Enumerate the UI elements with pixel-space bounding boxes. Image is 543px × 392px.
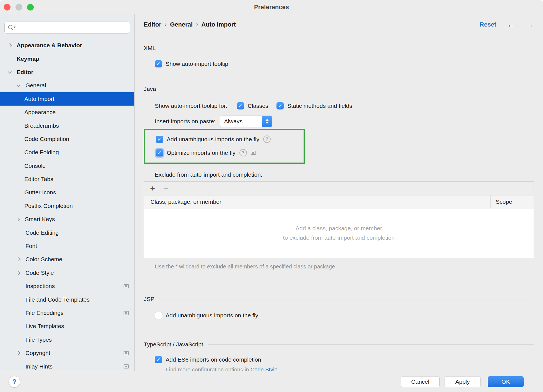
sidebar-item-auto-import[interactable]: Auto Import — [0, 92, 134, 106]
chevron-right-icon[interactable] — [16, 258, 25, 261]
window-title: Preferences — [254, 4, 289, 11]
sidebar-item-inspections[interactable]: Inspections — [0, 279, 134, 293]
add-unambiguous-row: Add unambiguous imports on the fly ? — [145, 135, 304, 143]
select-stepper-icon — [262, 116, 272, 127]
insert-imports-label: Insert imports on paste: — [155, 118, 215, 125]
settings-modified-icon — [251, 151, 256, 155]
exclude-table-header: Class, package, or member Scope — [144, 195, 534, 208]
column-member: Class, package, or member — [144, 198, 490, 205]
sidebar-item-color-scheme[interactable]: Color Scheme — [0, 253, 134, 266]
cancel-button[interactable]: Cancel — [401, 376, 440, 387]
minimize-window-icon[interactable] — [15, 4, 22, 11]
jsp-add-unambiguous-checkbox[interactable] — [155, 312, 162, 319]
sidebar-item-editor[interactable]: Editor — [0, 66, 134, 79]
tooltip-for-label: Show auto-import tooltip for: — [155, 103, 228, 109]
settings-modified-icon — [124, 311, 129, 315]
sidebar-item-smart-keys[interactable]: Smart Keys — [0, 213, 134, 226]
sidebar-item-font[interactable]: Font — [0, 239, 134, 253]
sidebar-item-postfix-completion[interactable]: Postfix Completion — [0, 199, 134, 213]
classes-label: Classes — [248, 103, 268, 109]
breadcrumb-general[interactable]: General — [170, 21, 193, 28]
tooltip-for-row: Show auto-import tooltip for: Classes St… — [144, 102, 534, 109]
apply-button[interactable]: Apply — [445, 376, 481, 387]
settings-modified-icon — [124, 284, 129, 288]
sidebar-item-file-types[interactable]: File Types — [0, 333, 134, 346]
chevron-right-icon[interactable] — [15, 218, 25, 221]
sidebar-item-inlay-hints[interactable]: Inlay Hints — [0, 360, 134, 371]
chevron-right-icon[interactable] — [7, 44, 17, 47]
exclude-table-empty-state[interactable]: Add a class, package, or member to exclu… — [144, 208, 534, 258]
search-field-wrap — [4, 22, 130, 34]
sidebar-item-copyright[interactable]: Copyright — [0, 346, 134, 360]
typescript-section-header: TypeScript / JavaScript — [144, 341, 534, 348]
optimize-imports-checkbox[interactable] — [156, 149, 163, 156]
insert-imports-value: Always — [220, 116, 262, 127]
sidebar-item-gutter-icons[interactable]: Gutter Icons — [0, 186, 134, 199]
settings-sidebar: Appearance & Behavior Keymap Editor Gene… — [0, 14, 135, 371]
sidebar-item-code-editing[interactable]: Code Editing — [0, 226, 134, 239]
xml-section-header: XML — [144, 45, 534, 51]
ok-button[interactable]: OK — [488, 376, 524, 387]
title-bar: Preferences — [0, 0, 543, 14]
column-scope: Scope — [490, 195, 534, 208]
sidebar-item-editor-tabs[interactable]: Editor Tabs — [0, 173, 134, 186]
sidebar-item-file-and-code-templates[interactable]: File and Code Templates — [0, 293, 134, 306]
wildcard-hint: Use the * wildcard to exclude all member… — [144, 262, 415, 271]
sidebar-item-appearance[interactable]: Appearance — [0, 106, 134, 119]
sidebar-item-keymap[interactable]: Keymap — [0, 52, 134, 65]
jsp-add-unambiguous-label: Add unambiguous imports on the fly — [166, 312, 258, 319]
chevron-down-icon[interactable] — [7, 71, 17, 73]
show-auto-import-tooltip-checkbox[interactable] — [155, 60, 162, 67]
sidebar-item-code-style[interactable]: Code Style — [0, 266, 134, 279]
settings-tree: Appearance & Behavior Keymap Editor Gene… — [0, 39, 134, 371]
code-style-link[interactable]: Code Style — [250, 367, 278, 371]
sidebar-item-console[interactable]: Console — [0, 159, 134, 173]
sidebar-item-appearance-behavior[interactable]: Appearance & Behavior — [0, 39, 134, 52]
insert-imports-select[interactable]: Always — [220, 116, 272, 127]
dialog-footer: ? Cancel Apply OK — [0, 371, 543, 392]
chevron-right-icon[interactable] — [16, 271, 25, 274]
chevron-down-icon[interactable] — [16, 85, 25, 86]
find-more-line: Find more configuration options in Code … — [144, 367, 534, 371]
sidebar-item-breadcrumbs[interactable]: Breadcrumbs — [0, 119, 134, 132]
show-auto-import-tooltip-row: Show auto-import tooltip — [144, 60, 534, 67]
exclude-table: + − Class, package, or member Scope Add … — [144, 181, 534, 258]
zoom-window-icon[interactable] — [27, 4, 34, 11]
sidebar-item-code-folding[interactable]: Code Folding — [0, 146, 134, 159]
classes-checkbox[interactable] — [237, 102, 244, 109]
breadcrumb-editor[interactable]: Editor — [144, 21, 161, 28]
empty-state-line1: Add a class, package, or member — [296, 225, 382, 232]
breadcrumb: Editor › General › Auto Import — [144, 21, 236, 28]
help-circle-icon[interactable]: ? — [239, 149, 247, 156]
sidebar-item-general[interactable]: General — [0, 79, 134, 92]
search-input[interactable] — [4, 22, 130, 34]
breadcrumb-auto-import: Auto Import — [201, 21, 236, 28]
es6-imports-checkbox[interactable] — [155, 356, 162, 363]
add-exclusion-button[interactable]: + — [150, 184, 155, 193]
close-window-icon[interactable] — [4, 4, 11, 11]
preferences-window: Preferences Appearance & Behavior — [0, 0, 543, 392]
settings-modified-icon — [124, 351, 129, 355]
es6-imports-label: Add ES6 imports on code completion — [166, 356, 261, 363]
sidebar-item-file-encodings[interactable]: File Encodings — [0, 306, 134, 320]
help-circle-icon[interactable]: ? — [263, 135, 271, 143]
es6-imports-row: Add ES6 imports on code completion — [144, 356, 534, 363]
sidebar-item-live-templates[interactable]: Live Templates — [0, 320, 134, 333]
static-methods-checkbox[interactable] — [276, 102, 284, 109]
traffic-lights — [4, 0, 34, 14]
insert-imports-row: Insert imports on paste: Always — [144, 116, 534, 127]
highlight-box: Add unambiguous imports on the fly ? Opt… — [144, 129, 305, 164]
back-arrow-icon[interactable]: ← — [507, 20, 515, 29]
sidebar-item-code-completion[interactable]: Code Completion — [0, 132, 134, 146]
breadcrumb-separator: › — [196, 21, 198, 28]
chevron-right-icon[interactable] — [16, 352, 25, 354]
reset-link[interactable]: Reset — [480, 21, 496, 28]
settings-main-panel: Editor › General › Auto Import Reset ← →… — [135, 14, 543, 371]
show-auto-import-tooltip-label: Show auto-import tooltip — [166, 61, 228, 67]
exclude-label-row: Exclude from auto-import and completion: — [144, 171, 534, 178]
help-button[interactable]: ? — [9, 376, 20, 388]
add-unambiguous-checkbox[interactable] — [156, 136, 163, 143]
breadcrumb-separator: › — [165, 21, 167, 28]
settings-modified-icon — [124, 364, 129, 369]
empty-state-line2: to exclude from auto-import and completi… — [283, 234, 395, 241]
